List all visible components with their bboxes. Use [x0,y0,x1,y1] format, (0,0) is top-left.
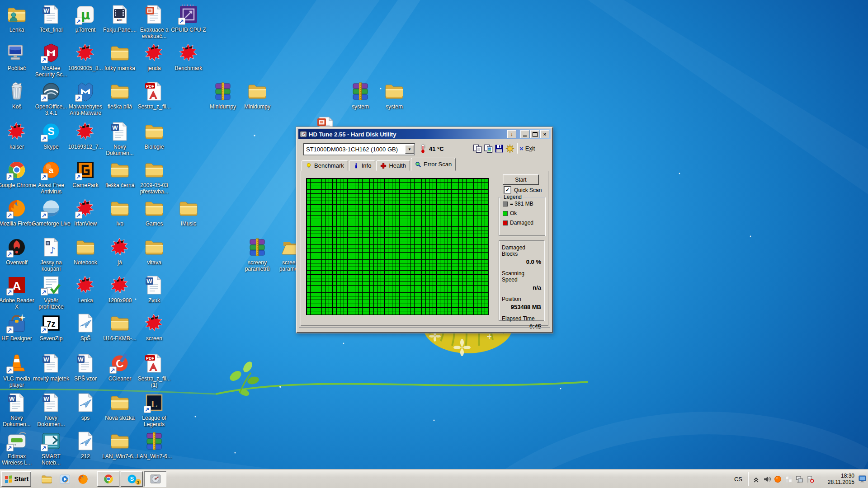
desktop-icon[interactable]: já [100,236,139,266]
desktop-icon[interactable]: Evakuace a evakuač... [135,4,174,39]
desktop-icon[interactable]: Google Chrome [0,159,36,188]
desktop-icon[interactable]: Benchmark [169,42,208,71]
quicklaunch-wmp-icon[interactable] [56,472,74,486]
desktop-icon[interactable]: HF Designer [0,312,36,342]
desktop-icon[interactable]: jenda [135,42,174,71]
desktop-icon[interactable]: screen [135,312,174,342]
desktop-icon[interactable]: Minidumpy [203,80,242,110]
desktop-icon[interactable]: Biologie [135,121,174,150]
desktop-icon[interactable]: WNový Dokumen... [100,121,139,156]
desktop-icon[interactable]: Edimax Wireless L... [0,430,36,466]
desktop-icon[interactable]: WNový Dokumen... [0,392,36,427]
desktop-icon[interactable]: ♪Jessy na koupání [32,236,71,272]
tray-network-icon[interactable] [795,474,804,483]
desktop-icon[interactable]: 2009-05-03 přestavba... [135,159,174,195]
minimize-button[interactable] [520,130,529,138]
desktop-icon[interactable]: 7zSevenZip [32,312,71,342]
desktop-icon[interactable]: Lenka [0,4,36,33]
tray-avast-tray-icon[interactable] [773,474,782,483]
desktop-icon[interactable]: U16-FKMB-... [100,312,139,342]
desktop-icon[interactable]: screeny parametrů [238,236,277,272]
window-titlebar[interactable]: HD Tune 2.55 - Hard Disk Utility ↓ × [298,129,551,139]
desktop-icon[interactable]: Gameforge Live [32,197,71,227]
desktop-icon[interactable]: SpŠ [66,312,105,342]
desktop-icon[interactable]: LAN_Win7-6... [135,430,174,460]
desktop-icon[interactable]: CPUID CPU-Z [169,4,208,33]
desktop-icon[interactable]: Notebook [66,236,105,266]
desktop-icon[interactable]: aAvast Free Antivirus [32,159,71,195]
desktop-icon[interactable]: WSPŠ vzor [66,352,105,382]
desktop-icon[interactable]: Nová složka [100,392,139,421]
desktop-icon[interactable]: LLeague of Legends [135,392,174,427]
desktop-icon[interactable]: Malwarebytes Anti-Malware [66,80,105,116]
desktop-icon[interactable]: sps [66,392,105,421]
tab-info[interactable]: Info [349,160,376,171]
tray-volume-icon[interactable] [762,474,771,483]
clock[interactable]: 18:30 28.11.2015 [819,473,854,485]
close-button[interactable]: × [540,130,549,138]
desktop-icon[interactable]: Výběr prohlížeče [32,274,71,310]
language-indicator[interactable]: CS [731,476,745,483]
desktop-icon[interactable]: WZvuk [135,274,174,304]
desktop-icon[interactable]: SSkype [32,121,71,150]
desktop-icon[interactable]: AAdobe Reader X [0,274,36,310]
desktop-icon[interactable]: fleška bílá [100,80,139,110]
tray-action-flag-icon[interactable] [806,474,815,483]
desktop-icon[interactable]: 10169312_7... [66,121,105,150]
start-button[interactable]: Start [1,471,31,487]
exit-button[interactable]: × Exit [519,144,535,153]
quicklaunch-firefox-icon[interactable] [74,472,92,486]
desktop-icon[interactable]: WText_final [32,4,71,33]
desktop-icon[interactable]: OpenOffice... 3.4.1 [32,80,71,116]
quicklaunch-explorer-icon[interactable] [38,472,56,486]
desktop-icon[interactable]: iMusic [169,197,208,227]
desktop-icon[interactable]: Games [135,197,174,227]
desktop-icon[interactable]: fotky mamka [100,42,139,71]
desktop-icon[interactable]: system [375,80,414,110]
desktop-icon[interactable]: µµTorrent [66,4,105,33]
desktop-icon[interactable]: vltava [135,236,174,266]
desktop-icon[interactable]: PDFSestra_z_fil... (1) [135,352,174,388]
desktop-icon[interactable]: Lenka [66,274,105,304]
maximize-button[interactable] [530,130,539,138]
desktop-icon[interactable]: WNový Dokumen... [32,392,71,427]
desktop-icon[interactable]: LAN_Win7-6... [100,430,139,460]
desktop-icon[interactable]: Koš [0,80,36,110]
copy-screenshot-icon[interactable] [483,144,493,153]
desktop-icon[interactable]: Ivo [100,197,139,227]
desktop-icon[interactable]: Minidumpy [238,80,277,110]
tab-health[interactable]: Health [376,160,410,171]
desktop-icon[interactable]: PDFSestra_z_fil... [135,80,174,110]
options-icon[interactable] [505,144,515,153]
desktop-icon[interactable]: AVIFakju.Pane.... [100,4,139,33]
quick-scan-checkbox[interactable]: ✓ Quick Scan [504,186,542,194]
desktop-icon[interactable]: Počítač [0,42,36,71]
start-scan-button[interactable]: Start [503,174,539,185]
desktop-icon[interactable]: 212 [66,430,105,460]
save-icon[interactable] [494,144,504,153]
taskbar-task-hdtune-disk[interactable] [144,471,166,487]
desktop-icon[interactable]: Overwolf [0,236,36,266]
desktop-icon[interactable]: SMART Noteb... [32,430,71,466]
desktop-icon[interactable]: McAfee Security Sc... [32,42,71,78]
desktop-icon[interactable]: fleška černá [100,159,139,188]
desktop-icon[interactable]: Mozilla Firefox [0,197,36,227]
taskbar-task-skype[interactable]: S1 [121,471,143,487]
chevron-down-icon[interactable]: ▼ [405,145,414,154]
desktop-icon[interactable]: IrfanView [66,197,105,227]
show-desktop-button[interactable] [857,471,868,487]
desktop-icon[interactable]: CCCleaner [100,352,139,382]
desktop-icon[interactable]: GamePark [66,159,105,188]
minimize-to-tray-button[interactable]: ↓ [507,130,516,138]
tab-benchmark[interactable]: Benchmark [302,160,348,171]
tab-error-scan[interactable]: Error Scan [411,158,456,171]
tray-winflag-icon[interactable] [784,474,793,483]
checkbox-check-icon[interactable]: ✓ [504,186,511,194]
taskbar-task-chrome[interactable] [97,471,119,487]
desktop-icon[interactable]: Wmovitý majetek [32,352,71,382]
desktop-icon[interactable]: system [341,80,380,110]
desktop-icon[interactable]: 1200x900 [100,274,139,304]
desktop-icon[interactable]: kaiser [0,121,36,150]
drive-select[interactable]: ST1000DM003-1CH162 (1000 GB) ▼ [303,143,415,155]
copy-icon[interactable] [472,144,482,153]
